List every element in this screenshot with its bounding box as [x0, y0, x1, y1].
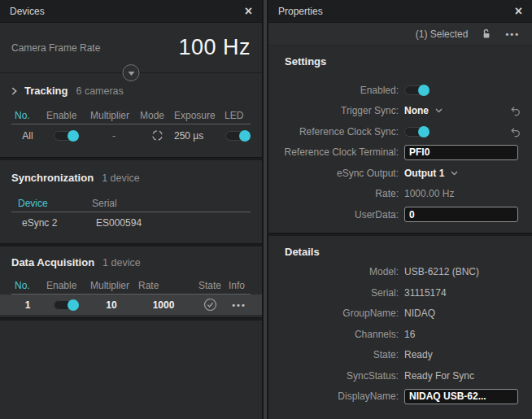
tracking-section: Tracking 6 cameras No. Enable Multiplier…: [0, 73, 262, 157]
frame-rate-expand-button[interactable]: [123, 64, 140, 81]
reference-clock-sync-toggle[interactable]: [404, 127, 429, 137]
col-header-state: State: [192, 280, 228, 291]
state-value: Ready: [404, 349, 433, 360]
serial-label: Serial:: [268, 287, 399, 299]
property-row-displayname: DisplayName:: [268, 386, 532, 408]
reference-clock-sync-reset-button[interactable]: [506, 126, 524, 137]
selection-bar: (1) Selected •••: [268, 23, 532, 46]
details-section: Details Model: USB-6212 (BNC) Serial: 31…: [268, 236, 532, 415]
data-acquisition-row-selected[interactable]: 1 10 1000 •••: [0, 295, 262, 315]
property-row-esync-output: eSync Output: Output 1: [268, 163, 532, 184]
toggle-knob: [418, 126, 430, 137]
daq-info-menu[interactable]: •••: [228, 300, 251, 310]
groupname-value: NIDAQ: [404, 308, 435, 319]
toggle-knob: [68, 130, 79, 142]
tracking-multiplier: -: [88, 130, 140, 142]
daq-enable-cell: [44, 300, 88, 310]
toggle-knob: [239, 130, 251, 142]
reference-clock-sync-label: Reference Clock Sync:: [268, 126, 399, 137]
data-acquisition-table-header: No. Enable Multiplier Rate State Info: [11, 277, 251, 295]
properties-panel: Properties × (1) Selected ••• Settings E…: [268, 0, 532, 419]
enabled-label: Enabled:: [268, 85, 399, 96]
userdata-label: UserData:: [268, 209, 399, 220]
panel-splitter[interactable]: [262, 0, 268, 419]
property-row-userdata: UserData:: [268, 204, 532, 225]
tracking-row-all[interactable]: All - 250 µs: [11, 124, 251, 146]
tracking-section-header[interactable]: Tracking 6 cameras: [0, 85, 262, 97]
esync-output-label: eSync Output:: [268, 168, 399, 179]
properties-titlebar: Properties ×: [268, 0, 532, 23]
ellipsis-menu-icon[interactable]: •••: [505, 29, 520, 39]
col-header-multiplier: Multiplier: [88, 280, 135, 291]
camera-frame-rate-value: 100 Hz: [178, 35, 251, 60]
chevron-down-icon: [128, 72, 134, 76]
property-row-state: State: Ready: [268, 345, 532, 366]
enabled-toggle[interactable]: [404, 85, 429, 95]
displayname-input[interactable]: [404, 389, 518, 404]
reference-clock-terminal-input[interactable]: [404, 145, 518, 160]
chevron-down-icon: [451, 171, 458, 176]
tracking-enable-toggle[interactable]: [54, 131, 78, 141]
selection-count-label: (1) Selected: [416, 28, 469, 40]
daq-enable-toggle[interactable]: [54, 300, 78, 310]
toggle-knob: [418, 85, 430, 96]
synchronization-row[interactable]: eSync 2 ES000594: [11, 212, 251, 234]
property-row-serial: Serial: 31115174: [268, 282, 532, 303]
channels-value: 16: [404, 329, 415, 340]
syncstatus-label: SyncStatus:: [268, 370, 399, 382]
daq-multiplier: 10: [88, 299, 135, 311]
devices-panel: Devices × Camera Frame Rate 100 Hz Track…: [0, 0, 262, 419]
rate-label: Rate:: [268, 188, 399, 199]
property-row-rate: Rate: 1000.00 Hz: [268, 184, 532, 205]
tracking-title: Tracking: [24, 85, 68, 97]
trigger-sync-value: None: [404, 105, 429, 116]
data-acquisition-section: Data Acquisition 1 device No. Enable Mul…: [0, 247, 262, 321]
properties-close-button[interactable]: ×: [515, 5, 522, 18]
devices-close-button[interactable]: ×: [245, 5, 252, 18]
tracking-count: 6 cameras: [76, 85, 123, 97]
col-header-enable: Enable: [44, 110, 88, 121]
mode-reticle-icon[interactable]: [151, 129, 164, 142]
chevron-right-icon: [11, 87, 17, 95]
data-acquisition-title: Data Acquisition: [11, 256, 94, 268]
col-header-no: No.: [11, 280, 44, 291]
userdata-input[interactable]: [404, 207, 518, 222]
sync-device-name: eSync 2: [11, 217, 85, 229]
devices-titlebar: Devices ×: [0, 0, 262, 23]
col-header-rate: Rate: [135, 280, 192, 291]
sync-device-serial: ES000594: [85, 217, 251, 229]
col-header-multiplier: Multiplier: [88, 110, 140, 121]
syncstatus-value: Ready For Sync: [404, 370, 474, 382]
trigger-sync-reset-button[interactable]: [506, 105, 524, 116]
camera-frame-rate-label: Camera Frame Rate: [11, 42, 100, 54]
undo-icon: [509, 105, 521, 116]
property-row-syncstatus: SyncStatus: Ready For Sync: [268, 365, 532, 386]
tracking-exposure: 250 µs: [174, 130, 225, 142]
daq-rate: 1000: [135, 299, 192, 311]
tracking-led-toggle[interactable]: [225, 131, 250, 141]
tracking-enable-cell: [44, 131, 88, 141]
app-window: Devices × Camera Frame Rate 100 Hz Track…: [0, 0, 532, 419]
properties-panel-title: Properties: [278, 6, 323, 17]
esync-output-dropdown[interactable]: Output 1: [404, 168, 458, 179]
trigger-sync-dropdown[interactable]: None: [404, 105, 443, 116]
model-label: Model:: [268, 266, 399, 277]
undo-icon: [509, 126, 521, 137]
unlock-icon[interactable]: [482, 28, 491, 39]
toggle-knob: [68, 299, 79, 311]
synchronization-section-header: Synchronization 1 device: [0, 172, 262, 184]
tracking-table-header: No. Enable Multiplier Mode Exposure LED: [11, 107, 251, 124]
property-row-groupname: GroupName: NIDAQ: [268, 303, 532, 325]
property-row-trigger-sync: Trigger Sync: None: [268, 101, 532, 122]
col-header-no: No.: [11, 110, 44, 121]
chevron-down-icon: [435, 108, 443, 113]
tracking-led-cell: [225, 131, 251, 141]
property-row-channels: Channels: 16: [268, 324, 532, 345]
rate-value: 1000.00 Hz: [404, 188, 454, 199]
col-header-serial: Serial: [85, 198, 251, 209]
model-value: USB-6212 (BNC): [404, 266, 479, 277]
synchronization-count: 1 device: [102, 172, 140, 184]
devices-panel-title: Devices: [10, 6, 45, 17]
data-acquisition-count: 1 device: [102, 257, 141, 268]
serial-value: 31115174: [404, 287, 447, 299]
